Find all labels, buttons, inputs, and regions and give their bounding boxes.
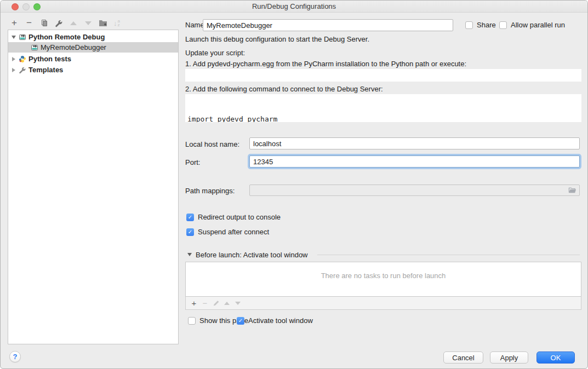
activate-tool-window-checkbox[interactable]: ✓ [237, 317, 244, 325]
allow-parallel-run-checkbox[interactable] [499, 21, 507, 29]
redirect-output-row: ✓ Redirect output to console [186, 213, 281, 221]
port-input[interactable] [249, 155, 580, 168]
expand-icon[interactable] [11, 68, 16, 72]
path-mappings-field[interactable] [249, 184, 580, 196]
ok-button[interactable]: OK [536, 351, 575, 364]
tree-item-templates[interactable]: Templates [8, 65, 178, 75]
name-input[interactable] [203, 19, 453, 31]
intro-text: Launch this debug configuration to start… [185, 35, 369, 43]
update-script-text: Update your script: [185, 49, 245, 57]
wrench-icon [19, 66, 26, 74]
remote-debug-icon [31, 44, 38, 51]
python-tests-icon [19, 55, 26, 63]
window-title: Run/Debug Configurations [1, 1, 587, 13]
close-window-icon[interactable] [12, 3, 19, 10]
tree-item-label: MyRemoteDebugger [41, 43, 106, 51]
add-configuration-icon[interactable]: + [10, 18, 19, 28]
show-this-page-checkbox[interactable] [188, 317, 196, 325]
apply-button[interactable]: Apply [490, 351, 528, 364]
move-up-icon [69, 18, 78, 28]
move-task-up-icon [223, 299, 231, 308]
expand-icon[interactable] [11, 57, 16, 61]
tree-item-label: Python Remote Debug [28, 33, 105, 41]
port-label: Port: [185, 158, 200, 166]
tree-item-python-tests[interactable]: Python tests [8, 54, 178, 64]
edit-defaults-icon[interactable] [54, 18, 63, 28]
tree-item-label: Templates [28, 66, 63, 74]
tree-item-label: Python tests [28, 55, 71, 63]
local-host-name-label: Local host name: [185, 140, 239, 148]
suspend-after-connect-checkbox[interactable]: ✓ [186, 228, 194, 236]
edit-task-icon [212, 299, 220, 308]
step2-text: 2. Add the following command to connect … [185, 85, 383, 93]
tree-item-myremotedebugger[interactable]: MyRemoteDebugger [8, 42, 178, 53]
help-button[interactable]: ? [9, 351, 21, 362]
path-mappings-label: Path mappings: [185, 187, 235, 195]
add-task-icon[interactable]: + [190, 299, 198, 308]
tree-item-python-remote-debug[interactable]: Python Remote Debug [8, 32, 178, 42]
share-checkbox-row: Share [465, 21, 496, 29]
minimize-window-icon [22, 3, 30, 10]
title-bar: Run/Debug Configurations [1, 1, 587, 13]
tasks-toolbar: + − [185, 297, 581, 310]
run-debug-configurations-dialog: Run/Debug Configurations + − ↓ az Python… [0, 0, 588, 369]
step1-text: 1. Add pydevd-pycharm.egg from the PyCha… [185, 60, 466, 68]
cancel-button[interactable]: Cancel [443, 351, 483, 364]
share-label: Share [477, 21, 496, 29]
redirect-output-checkbox[interactable]: ✓ [186, 214, 194, 221]
suspend-after-connect-label: Suspend after connect [198, 228, 269, 236]
configurations-toolbar: + − ↓ az [10, 18, 120, 28]
collapse-icon[interactable] [11, 36, 16, 39]
suspend-after-connect-row: ✓ Suspend after connect [186, 228, 269, 236]
local-host-name-input[interactable] [249, 137, 580, 149]
remove-task-icon: − [201, 299, 209, 308]
move-down-icon [84, 18, 93, 28]
allow-parallel-run-label: Allow parallel run [511, 21, 565, 29]
before-launch-separator [317, 255, 580, 255]
move-task-down-icon [234, 299, 242, 308]
browse-folder-icon[interactable] [568, 186, 577, 194]
pip-install-code: pip install pydevd-pycharm~=191.6605.12 [185, 69, 581, 82]
allow-parallel-checkbox-row: Allow parallel run [499, 21, 565, 29]
activate-tool-window-label: Activate tool window [248, 316, 313, 325]
no-tasks-message: There are no tasks to run before launch [186, 272, 581, 280]
sort-configurations-icon: ↓ az [113, 19, 120, 27]
configurations-tree: Python Remote Debug MyRemoteDebugger Pyt… [8, 30, 179, 344]
copy-configuration-icon[interactable] [39, 18, 48, 28]
redirect-output-label: Redirect output to console [198, 213, 281, 221]
before-launch-tasks-panel: There are no tasks to run before launch [185, 262, 581, 297]
new-folder-icon[interactable] [99, 18, 107, 28]
remove-configuration-icon[interactable]: − [25, 18, 33, 28]
settrace-code: import pydevd_pycharm pydevd_pycharm.set… [185, 94, 581, 122]
zoom-window-icon[interactable] [33, 3, 41, 10]
before-launch-header: Before launch: Activate tool window [196, 251, 308, 259]
remote-debug-icon [19, 33, 26, 41]
before-launch-collapse-icon[interactable] [187, 253, 192, 256]
share-checkbox[interactable] [465, 21, 473, 29]
activate-tool-window-row: ✓ Activate tool window [237, 316, 313, 325]
